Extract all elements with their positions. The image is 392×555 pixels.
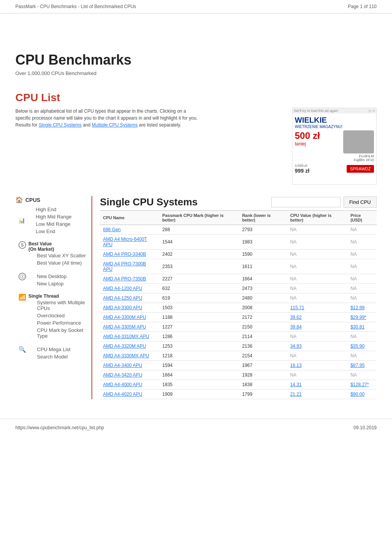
- cpu-name-link[interactable]: AMD A4 Micro-6400T APU: [103, 237, 147, 247]
- cpu-name-link[interactable]: AMD A4 PRO-7300B APU: [103, 261, 146, 272]
- page-footer: https://www.cpubenchmark.net/cpu_list.ph…: [0, 418, 392, 437]
- cpu-price: NA: [347, 332, 377, 342]
- hero-title: CPU Benchmarks: [15, 52, 377, 68]
- single-cpu-link[interactable]: Single CPU Systems: [39, 122, 81, 128]
- sidebar-item-new-desktop[interactable]: New Desktop: [28, 273, 66, 280]
- sidebar-item-bv-all[interactable]: Best Value (All time): [28, 259, 86, 267]
- cpu-rank: 2172: [239, 313, 287, 322]
- cpu-price: $29.99*: [347, 313, 377, 322]
- cpu-value-link[interactable]: 18.13: [290, 363, 302, 368]
- cpu-name-link[interactable]: AMD A4-4020 APU: [103, 392, 142, 397]
- cpu-name-link[interactable]: AMD A4-3330MX APU: [103, 353, 149, 358]
- ad-old-price: 1499 zł: [295, 163, 309, 168]
- cpu-price-link[interactable]: $87.95: [350, 363, 365, 368]
- footer-date: 09.10.2019: [354, 425, 377, 430]
- cpu-name-link[interactable]: AMD A4-3300M APU: [103, 315, 146, 320]
- sidebar-item-high-mid[interactable]: High Mid Range: [27, 213, 71, 220]
- cpu-price: $90.00: [347, 390, 377, 399]
- cpu-mark: 1286: [159, 332, 239, 342]
- ad-new-price: 999 zł: [295, 168, 309, 174]
- ad-subtitle: WIETRZENIE MAGAZYNU!: [295, 125, 374, 129]
- cpu-mark: 1253: [159, 342, 239, 351]
- ad-camera-image: [343, 130, 374, 153]
- ad-check-btn[interactable]: SPRAWDŹ: [347, 165, 374, 173]
- ad-dismiss[interactable]: ▷ ×: [367, 108, 376, 113]
- cpu-value-link[interactable]: 34.93: [290, 343, 302, 349]
- cpu-value: NA: [287, 293, 347, 303]
- cpu-rank: 1838: [239, 380, 287, 390]
- cpu-value: NA: [287, 284, 347, 293]
- sidebar-item-low-mid[interactable]: Low Mid Range: [27, 220, 71, 228]
- cpu-mark: 1544: [159, 235, 239, 250]
- ad-price-sub: taniej: [295, 141, 320, 147]
- sidebar-item-low-end[interactable]: Low End: [27, 228, 71, 235]
- cpu-mark: 2227: [159, 274, 239, 284]
- cpu-value: 14.31: [287, 380, 347, 390]
- cpu-rank: 1590: [239, 250, 287, 259]
- cpu-mark: 1835: [159, 380, 239, 390]
- cpu-name-link[interactable]: AMD A4-3310MX APU: [103, 334, 149, 339]
- cpu-name-link[interactable]: AMD A4-1250 APU: [103, 295, 142, 301]
- ad-fuji-model: Fujifilm XF10: [343, 158, 374, 162]
- cpu-value: NA: [287, 274, 347, 284]
- cpu-price: NA: [347, 225, 377, 235]
- cpu-value-link[interactable]: 21.21: [290, 392, 302, 397]
- single-thread-icon: 📶: [18, 293, 26, 301]
- cpu-name-link[interactable]: AMD A4-3305M APU: [103, 324, 146, 330]
- hero-subtitle: Over 1,000,000 CPUs Benchmarked: [15, 70, 377, 76]
- cpu-name-link[interactable]: AMD A4-3420 APU: [103, 372, 142, 378]
- sidebar-item-multi-cpu[interactable]: Systems with Multiple CPUs: [28, 299, 88, 312]
- cpu-price-link[interactable]: $30.81: [350, 324, 365, 330]
- cpu-name-link[interactable]: AMD A4-3320M APU: [103, 343, 146, 349]
- cpu-name-link[interactable]: AMD A4-3300 APU: [103, 305, 142, 310]
- col-cpu-name: CPU Name: [100, 211, 159, 225]
- table-row: AMD A4-4020 APU1909179921.21$90.00: [100, 390, 377, 399]
- cpu-name-link[interactable]: AMD A4 PRO-7350B: [103, 276, 146, 282]
- sidebar-item-socket-type[interactable]: CPU Mark by Socket Type: [28, 327, 88, 340]
- cpu-value: NA: [287, 332, 347, 342]
- sidebar-item-search-model[interactable]: Search Model: [28, 353, 70, 360]
- sidebar-item-mega-list[interactable]: CPU Mega List: [28, 346, 70, 353]
- cpu-price: $128.27*: [347, 380, 377, 390]
- cpu-price-link[interactable]: $35.90: [350, 343, 365, 349]
- sidebar-item-overclocked[interactable]: Overclocked: [28, 312, 88, 319]
- sidebar-single-thread[interactable]: Single Thread: [28, 293, 88, 299]
- cpu-price: NA: [347, 284, 377, 293]
- cpu-name-link[interactable]: AMD A4-4000 APU: [103, 382, 142, 387]
- cpu-price-link[interactable]: $90.00: [350, 392, 365, 397]
- cpu-name-link[interactable]: AMD A4-1200 APU: [103, 286, 142, 291]
- cpu-name-link[interactable]: AMD A4 PRO-3340B: [103, 252, 146, 257]
- multi-cpu-link[interactable]: Multiple CPU Systems: [92, 122, 138, 128]
- cpu-name-link[interactable]: 686 Gen: [103, 227, 121, 232]
- sidebar-item-high-end[interactable]: High End: [27, 206, 71, 213]
- cpu-price-link[interactable]: $128.27*: [350, 382, 369, 387]
- cpu-value: NA: [287, 250, 347, 259]
- sidebar-item-bv-xy[interactable]: Best Value XY Scatter: [28, 252, 86, 259]
- cpu-price: $35.90: [347, 342, 377, 351]
- table-row: AMD A4 PRO-7300B APU23531611NANA: [100, 259, 377, 274]
- cpu-name-link[interactable]: AMD A4-3400 APU: [103, 363, 142, 368]
- cpu-mark: 1188: [159, 313, 239, 322]
- cpu-value: 21.21: [287, 390, 347, 399]
- table-row: AMD A4-3300 APU15032008115.71$12.99: [100, 303, 377, 313]
- cpu-price: NA: [347, 259, 377, 274]
- cpu-mark: 1503: [159, 303, 239, 313]
- cpu-rank: 2150: [239, 322, 287, 332]
- cpu-rank: 1664: [239, 274, 287, 284]
- cpu-rank: 2008: [239, 303, 287, 313]
- cpu-value-link[interactable]: 115.71: [290, 305, 304, 310]
- cpu-price-link[interactable]: $29.99*: [350, 315, 366, 320]
- cpu-value-link[interactable]: 14.31: [290, 382, 302, 387]
- sidebar-item-new-laptop[interactable]: New Laptop: [28, 280, 66, 287]
- cpu-mark: 1664: [159, 370, 239, 380]
- cpu-rank: 1983: [239, 235, 287, 250]
- table-row: AMD A4 Micro-6400T APU15441983NANA: [100, 235, 377, 250]
- cpu-value-link[interactable]: 39.84: [290, 324, 302, 330]
- find-cpu-input[interactable]: [271, 197, 341, 207]
- cpu-value-link[interactable]: 39.62: [290, 315, 302, 320]
- cpu-value: 115.71: [287, 303, 347, 313]
- sidebar-item-power-perf[interactable]: Power Performance: [28, 319, 88, 327]
- cpu-price-link[interactable]: $12.99: [350, 305, 365, 310]
- ad-fuji-label: FUJiFILM: [343, 154, 374, 158]
- find-cpu-button[interactable]: Find CPU: [344, 197, 377, 208]
